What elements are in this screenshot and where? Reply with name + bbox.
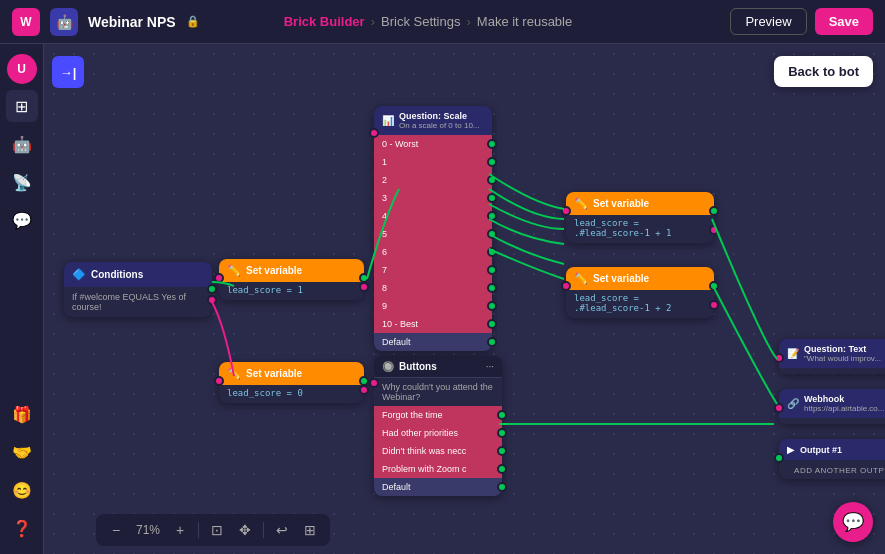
zoom-out-button[interactable]: −	[104, 518, 128, 542]
buttons-menu[interactable]: ···	[486, 361, 494, 372]
breadcrumb-make-reusable[interactable]: Make it reusable	[477, 14, 572, 29]
scale-opt-3[interactable]: 3	[374, 189, 492, 207]
sidebar-item-help[interactable]: ❓	[6, 512, 38, 544]
fit-button[interactable]: ⊡	[205, 518, 229, 542]
btn-opt-4[interactable]: Problem with Zoom c	[374, 460, 502, 478]
btn-opt-2-dot	[497, 428, 507, 438]
set-var-score-plus2-icon: ✏️	[574, 272, 588, 285]
scale-title: Question: Scale	[399, 111, 480, 121]
avatar: U	[7, 54, 37, 84]
scale-opt-1[interactable]: 1	[374, 153, 492, 171]
sidebar-item-messages[interactable]: 💬	[6, 204, 38, 236]
scale-subtitle: On a scale of 0 to 10...	[399, 121, 480, 130]
output-icon: ▶	[787, 444, 795, 455]
set-var-score-plus2-title: Set variable	[593, 273, 649, 284]
zoom-level: 71%	[132, 523, 164, 537]
app-logo: W	[12, 8, 40, 36]
move-button[interactable]: ✥	[233, 518, 257, 542]
bottombar-divider-1	[198, 522, 199, 538]
buttons-icon: 🔘	[382, 361, 394, 372]
scale-opt-7-dot	[487, 265, 497, 275]
scale-opt-2-dot	[487, 175, 497, 185]
sidebar-item-grid[interactable]: ⊞	[6, 90, 38, 122]
conditions-out-pink-dot	[207, 295, 217, 305]
zoom-in-button[interactable]: +	[168, 518, 192, 542]
set-var-score-plus2-node: ✏️ Set variable lead_score = .#lead_scor…	[566, 267, 714, 318]
btn-opt-default-dot	[497, 482, 507, 492]
breadcrumb-sep-1: ›	[371, 14, 375, 29]
buttons-header: 🔘 Buttons ···	[374, 356, 502, 378]
btn-opt-3[interactable]: Didn't think was necc	[374, 442, 502, 460]
set-var-score-plus2-in-dot	[561, 281, 571, 291]
set-var-icon-1: ✏️	[227, 264, 241, 277]
conditions-node: 🔷 Conditions If #welcome EQUALS Yes of c…	[64, 262, 212, 317]
grid-toggle-button[interactable]: ⊞	[298, 518, 322, 542]
webhook-title: Webhook	[804, 394, 885, 404]
scale-opt-6[interactable]: 6	[374, 243, 492, 261]
webhook-header: 🔗 Webhook https://api.airtable.co...	[779, 389, 885, 418]
btn-opt-3-dot	[497, 446, 507, 456]
btn-opt-1[interactable]: Forgot the time	[374, 406, 502, 424]
scale-opt-5[interactable]: 5	[374, 225, 492, 243]
scale-header: 📊 Question: Scale On a scale of 0 to 10.…	[374, 106, 492, 135]
scale-opt-5-dot	[487, 229, 497, 239]
scale-opt-9[interactable]: 9	[374, 297, 492, 315]
btn-opt-1-dot	[497, 410, 507, 420]
breadcrumb-brick-builder[interactable]: Brick Builder	[284, 14, 365, 29]
set-var-1-title: Set variable	[246, 265, 302, 276]
undo-button[interactable]: ↩	[270, 518, 294, 542]
set-var-score-plus1-icon: ✏️	[574, 197, 588, 210]
buttons-question-text: Why couldn't you attend the Webinar?	[374, 378, 502, 406]
scale-opt-3-dot	[487, 193, 497, 203]
canvas: Back to bot →| 🔷 Conditions If #welcome …	[44, 44, 885, 554]
scale-opt-2[interactable]: 2	[374, 171, 492, 189]
conditions-body: If #welcome EQUALS Yes of course!	[64, 287, 212, 317]
breadcrumb-brick-settings[interactable]: Brick Settings	[381, 14, 460, 29]
webhook-icon: 🔗	[787, 398, 799, 409]
set-var-1-header: ✏️ Set variable	[219, 259, 364, 282]
save-button[interactable]: Save	[815, 8, 873, 35]
question-text-subtitle: "What would improv...	[804, 354, 881, 363]
scale-in-dot	[369, 128, 379, 138]
webhook-footer	[779, 418, 885, 424]
btn-opt-2[interactable]: Had other priorities	[374, 424, 502, 442]
set-variable-0-node: ✏️ Set variable lead_score = 0	[219, 362, 364, 403]
back-to-bot-button[interactable]: Back to bot	[774, 56, 873, 87]
bottombar: − 71% + ⊡ ✥ ↩ ⊞	[96, 514, 330, 546]
question-text-header: 📝 Question: Text "What would improv...	[779, 339, 885, 368]
scale-opt-10[interactable]: 10 - Best	[374, 315, 492, 333]
scale-opt-8[interactable]: 8	[374, 279, 492, 297]
sidebar-item-emoji[interactable]: 😊	[6, 474, 38, 506]
btn-opt-default[interactable]: Default	[374, 478, 502, 496]
webhook-in-dot	[774, 403, 784, 413]
sidebar-item-gifts[interactable]: 🎁	[6, 398, 38, 430]
scale-opt-7[interactable]: 7	[374, 261, 492, 279]
output-header: ▶ Output #1	[779, 439, 885, 460]
page-title: Webinar NPS	[88, 14, 176, 30]
sidebar-item-integrations[interactable]: 🤝	[6, 436, 38, 468]
scale-opt-0-dot	[487, 139, 497, 149]
scale-question-node: 📊 Question: Scale On a scale of 0 to 10.…	[374, 106, 492, 351]
bottombar-divider-2	[263, 522, 264, 538]
preview-button[interactable]: Preview	[730, 8, 806, 35]
set-var-0-in-dot	[214, 376, 224, 386]
logo-text: W	[20, 15, 31, 29]
scale-opt-4-dot	[487, 211, 497, 221]
conditions-header: 🔷 Conditions	[64, 262, 212, 287]
active-tab-indicator[interactable]: →|	[52, 56, 84, 88]
output-add[interactable]: ADD ANOTHER OUTPUT	[779, 460, 885, 479]
scale-opt-0[interactable]: 0 - Worst	[374, 135, 492, 153]
btn-opt-4-dot	[497, 464, 507, 474]
set-var-score-plus2-header: ✏️ Set variable	[566, 267, 714, 290]
webhook-subtitle: https://api.airtable.co...	[804, 404, 885, 413]
scale-opt-default[interactable]: Default	[374, 333, 492, 351]
set-var-score-plus1-bottom-dot	[709, 225, 719, 235]
sidebar-item-bot[interactable]: 🤖	[6, 128, 38, 160]
sidebar-item-broadcast[interactable]: 📡	[6, 166, 38, 198]
set-var-score-plus2-value: lead_score = .#lead_score-1 + 2	[566, 290, 714, 318]
scale-opt-9-dot	[487, 301, 497, 311]
set-var-icon-0: ✏️	[227, 367, 241, 380]
scale-opt-8-dot	[487, 283, 497, 293]
scale-opt-4[interactable]: 4	[374, 207, 492, 225]
chat-bubble-button[interactable]: 💬	[833, 502, 873, 542]
